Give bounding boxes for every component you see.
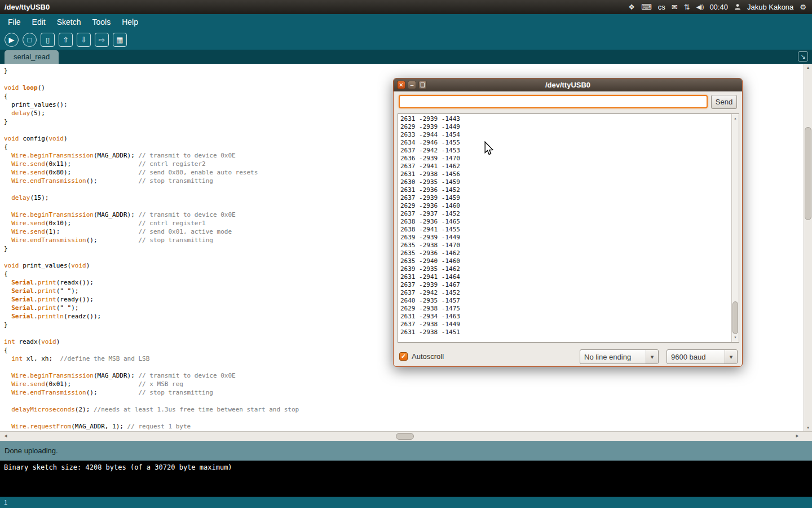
scroll-left-icon[interactable]: ◂ [1, 432, 10, 439]
dropbox-icon[interactable]: ❖ [628, 3, 635, 11]
code-line: } [4, 67, 804, 75]
minimize-icon[interactable]: – [408, 81, 416, 89]
serial-line: 2635 -2940 -1460 [400, 257, 739, 265]
open-sketch-button[interactable]: ⇧ [59, 33, 73, 47]
editor-vertical-scroll-thumb[interactable] [805, 127, 811, 220]
network-transfer-icon[interactable]: ⇅ [684, 3, 690, 11]
serial-scroll-thumb[interactable] [732, 301, 738, 334]
serial-line: 2631 -2939 -1443 [400, 115, 739, 123]
top-panel: /dev/ttyUSB0 ❖ ⌨ cs ✉ ⇅ ◀)) 00:40 Jakub … [0, 0, 812, 14]
code-line: Wire.endTransmission(); // stop transmit… [4, 388, 804, 397]
footer-strip: 1 [0, 497, 812, 508]
editor-horizontal-scroll-thumb[interactable] [396, 433, 414, 440]
close-icon[interactable]: ✕ [397, 81, 405, 89]
clock[interactable]: 00:40 [709, 3, 728, 11]
editor-horizontal-scrollbar[interactable]: ◂ ▸ [0, 431, 812, 441]
serial-monitor-title: /dev/ttyUSB0 [545, 81, 590, 89]
serial-line: 2631 -2936 -1452 [400, 186, 739, 194]
serial-line: 2634 -2946 -1455 [400, 139, 739, 147]
window-controls: ✕ – ❑ [397, 81, 427, 89]
code-line: Wire.requestFrom(MAG_ADDR, 1); // reques… [4, 422, 804, 431]
serial-line: 2639 -2935 -1462 [400, 265, 739, 273]
menu-item-edit[interactable]: Edit [27, 17, 51, 27]
serial-output-scrollbar[interactable]: ▴ ▾ [731, 114, 739, 342]
scroll-right-icon[interactable]: ▸ [793, 432, 802, 439]
tab-serial-read[interactable]: serial_read [5, 50, 59, 64]
mouse-cursor [484, 141, 494, 158]
serial-line: 2631 -2941 -1464 [400, 273, 739, 281]
scroll-down-icon[interactable]: ▾ [804, 425, 812, 430]
save-sketch-button[interactable]: ⇩ [77, 33, 91, 47]
chevron-down-icon[interactable]: ▾ [646, 350, 658, 364]
console-text: Binary sketch size: 4208 bytes (of a 307… [4, 463, 232, 471]
code-line: Wire.send(0x01); // x MSB reg [4, 380, 804, 388]
autoscroll-checkbox[interactable]: ✓ [399, 352, 408, 361]
verify-button[interactable]: ▶ [5, 33, 19, 47]
editor-vertical-scrollbar[interactable]: ▴ ▾ [804, 64, 812, 431]
menu-item-file[interactable]: File [2, 17, 27, 27]
serial-line: 2637 -2942 -1453 [400, 147, 739, 155]
serial-line: 2636 -2939 -1470 [400, 155, 739, 163]
autoscroll-label: Autoscroll [412, 352, 444, 361]
serial-line: 2637 -2938 -1449 [400, 321, 739, 329]
serial-line: 2640 -2935 -1457 [400, 297, 739, 305]
serial-line: 2631 -2938 -1456 [400, 170, 739, 178]
serial-line: 2638 -2941 -1455 [400, 226, 739, 234]
serial-lines: 2631 -2939 -14432629 -2939 -14492633 -29… [398, 114, 739, 336]
status-bar: Done uploading. [0, 441, 812, 461]
user-icon [734, 3, 741, 11]
code-line: delayMicroseconds(2); //needs at least 1… [4, 405, 804, 414]
upload-button[interactable]: ⇨ [95, 33, 109, 47]
volume-icon[interactable]: ◀)) [696, 4, 704, 10]
new-sketch-button[interactable]: ▯ [41, 33, 55, 47]
menu-item-sketch[interactable]: Sketch [51, 17, 87, 27]
serial-line: 2637 -2942 -1452 [400, 289, 739, 297]
serial-send-input[interactable] [399, 95, 708, 108]
line-ending-select[interactable]: No line ending ▾ [580, 349, 659, 364]
serial-line: 2630 -2935 -1459 [400, 178, 739, 186]
serial-line: 2638 -2936 -1465 [400, 218, 739, 226]
scroll-down-icon[interactable]: ▾ [732, 334, 739, 341]
toolbar: ▶□▯⇧⇩⇨▦ [0, 29, 812, 50]
send-button[interactable]: Send [711, 95, 737, 109]
serial-monitor-controls: ✓ Autoscroll No line ending ▾ 9600 baud … [394, 348, 742, 365]
maximize-icon[interactable]: ❑ [418, 81, 427, 89]
session-gear-icon[interactable]: ⚙ [800, 3, 806, 11]
scroll-up-icon[interactable]: ▴ [804, 65, 812, 70]
mail-icon[interactable]: ✉ [672, 3, 678, 11]
serial-line: 2631 -2934 -1463 [400, 313, 739, 321]
console-output: Binary sketch size: 4208 bytes (of a 307… [0, 461, 812, 497]
serial-line: 2629 -2936 -1460 [400, 202, 739, 210]
tab-menu-button[interactable]: ↘ [798, 51, 808, 62]
serial-line: 2639 -2939 -1449 [400, 234, 739, 242]
chevron-down-icon[interactable]: ▾ [725, 350, 737, 364]
serial-monitor-titlebar[interactable]: ✕ – ❑ /dev/ttyUSB0 [394, 78, 742, 91]
baud-rate-value: 9600 baud [667, 353, 725, 361]
focused-window-title: /dev/ttyUSB0 [5, 3, 50, 11]
keyboard-layout-indicator[interactable]: cs [658, 3, 665, 11]
scroll-up-icon[interactable]: ▴ [732, 115, 739, 122]
screen: /dev/ttyUSB0 ❖ ⌨ cs ✉ ⇅ ◀)) 00:40 Jakub … [0, 0, 812, 508]
serial-line: 2633 -2944 -1454 [400, 131, 739, 139]
serial-monitor-window: ✕ – ❑ /dev/ttyUSB0 Send 2631 -2939 -1443… [393, 78, 743, 367]
keyboard-icon[interactable]: ⌨ [641, 3, 652, 11]
panel-indicators: ❖ ⌨ cs ✉ ⇅ ◀)) 00:40 Jakub Kakona ⚙ [628, 3, 806, 11]
baud-rate-select[interactable]: 9600 baud ▾ [667, 349, 738, 364]
code-line: Wire.beginTransmission(MAG_ADDR); // tra… [4, 371, 804, 380]
menu-item-tools[interactable]: Tools [87, 17, 117, 27]
menu-item-help[interactable]: Help [116, 17, 144, 27]
serial-line: 2637 -2939 -1467 [400, 281, 739, 289]
serial-output[interactable]: 2631 -2939 -14432629 -2939 -14492633 -29… [398, 113, 739, 343]
serial-line: 2635 -2938 -1470 [400, 242, 739, 249]
serial-line: 2635 -2936 -1462 [400, 249, 739, 257]
serial-line: 2629 -2938 -1475 [400, 305, 739, 313]
serial-line: 2629 -2939 -1449 [400, 123, 739, 131]
status-message: Done uploading. [5, 446, 58, 455]
line-number: 1 [4, 499, 7, 506]
serial-line: 2631 -2938 -1451 [400, 329, 739, 336]
line-ending-value: No line ending [580, 353, 646, 361]
stop-button[interactable]: □ [23, 33, 37, 47]
user-name[interactable]: Jakub Kakona [747, 3, 793, 11]
serial-monitor-button[interactable]: ▦ [113, 33, 127, 47]
serial-line: 2637 -2939 -1459 [400, 194, 739, 202]
